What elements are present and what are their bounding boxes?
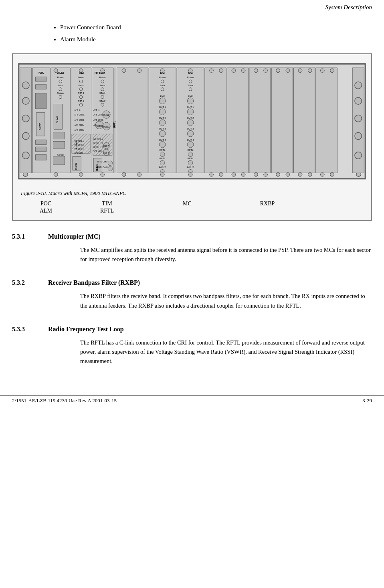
svg-point-175 (308, 172, 312, 176)
svg-point-118 (159, 120, 166, 126)
svg-point-184 (79, 172, 83, 176)
svg-point-163 (264, 69, 268, 73)
svg-rect-39 (53, 132, 65, 139)
svg-text:RFTL: RFTL (160, 149, 166, 151)
svg-text:CLINK: CLINK (38, 122, 41, 130)
header-title: System Description (325, 4, 372, 10)
svg-point-8 (22, 82, 29, 89)
svg-point-106 (137, 172, 141, 176)
svg-rect-21 (36, 77, 46, 81)
svg-point-165 (264, 172, 268, 176)
section-531-title: Multicoupler (MC) (48, 233, 101, 240)
svg-point-10 (22, 115, 29, 122)
svg-text:EXP: EXP (160, 95, 165, 97)
svg-text:REF A: REF A (103, 145, 109, 147)
svg-text:POC: POC (38, 71, 44, 75)
svg-text:MR CFR b: MR CFR b (93, 142, 103, 144)
svg-point-183 (54, 172, 58, 176)
section-533-body: The RFTL has a C-link connection to the … (0, 335, 384, 369)
svg-rect-102 (117, 68, 148, 173)
svg-point-18 (355, 152, 362, 159)
svg-point-122 (159, 142, 166, 148)
svg-point-16 (355, 115, 362, 122)
svg-text:CLINK: CLINK (75, 162, 77, 170)
svg-point-174 (298, 172, 302, 176)
svg-text:REF B: REF B (103, 152, 109, 154)
svg-text:RFTL Out B: RFTL Out B (97, 166, 108, 168)
svg-text:MR CFR a: MR CFR a (75, 140, 84, 142)
svg-text:INPUT: INPUT (159, 166, 166, 168)
svg-text:Power: Power (57, 76, 64, 79)
svg-point-144 (187, 142, 194, 148)
svg-text:AFS CFR c: AFS CFR c (75, 129, 85, 131)
label-tim: TIM RFTL (83, 201, 131, 214)
svg-text:Error: Error (58, 84, 63, 87)
svg-text:CAL DEB: CAL DEB (93, 150, 102, 152)
svg-text:CAL DEB: CAL DEB (75, 152, 83, 154)
bullet-item-1: Power Connection Board (60, 21, 384, 33)
svg-text:EXP: EXP (188, 95, 193, 97)
svg-point-11 (22, 132, 29, 139)
svg-rect-28 (36, 155, 46, 160)
svg-text:OUT 4: OUT 4 (159, 139, 166, 141)
svg-point-160 (241, 172, 245, 176)
svg-text:Error: Error (188, 84, 193, 87)
svg-point-170 (286, 172, 290, 176)
section-531: 5.3.1 Multicoupler (MC) The MC amplifies… (0, 223, 384, 269)
svg-text:ALM: ALM (57, 71, 64, 75)
svg-point-120 (159, 130, 166, 137)
bullet-item-2: Alarm Module (60, 33, 384, 45)
svg-text:AFS In: AFS In (75, 109, 81, 111)
footer-left: 2/1551-AE/LZB 119 4239 Uae Rev A 2001-03… (12, 397, 117, 404)
section-533-title: Radio Frequency Test Loop (48, 326, 124, 333)
svg-text:INPUT: INPUT (187, 166, 194, 168)
svg-point-193 (188, 69, 192, 73)
svg-point-178 (330, 69, 334, 73)
svg-point-138 (187, 109, 194, 115)
svg-text:RFTL: RFTL (113, 121, 116, 128)
svg-point-190 (79, 69, 83, 73)
svg-text:AFS CFR b: AFS CFR b (75, 119, 85, 121)
svg-text:AFS CFR a: AFS CFR a (93, 114, 103, 116)
svg-point-191 (101, 69, 105, 73)
svg-point-114 (159, 98, 166, 104)
svg-point-17 (355, 132, 362, 139)
svg-rect-100 (114, 68, 116, 173)
svg-text:AFS In: AFS In (93, 109, 99, 111)
svg-rect-156 (227, 68, 248, 173)
svg-point-158 (241, 69, 245, 73)
svg-point-188 (188, 172, 192, 176)
section-533-heading: 5.3.3 Radio Frequency Test Loop (0, 322, 384, 335)
footer-right: 3-29 (362, 397, 372, 404)
svg-point-148 (188, 160, 193, 165)
svg-point-180 (330, 172, 334, 176)
svg-text:Alarm: Alarm (75, 142, 78, 149)
svg-rect-27 (36, 147, 46, 152)
svg-rect-40 (53, 142, 65, 148)
label-mc: MC (171, 201, 203, 214)
svg-point-187 (160, 172, 164, 176)
section-532: 5.3.2 Receiver Bandpass Filter (RXBP) Th… (0, 269, 384, 315)
svg-point-104 (137, 69, 141, 73)
svg-text:MR CFR a: MR CFR a (93, 138, 103, 140)
svg-point-15 (355, 97, 362, 104)
svg-text:RFTL Out A: RFTL Out A (97, 161, 108, 163)
svg-point-179 (320, 172, 324, 176)
svg-text:AFS CFR b: AFS CFR b (93, 119, 103, 121)
svg-text:CLINK: CLINK (103, 114, 110, 116)
section-532-title: Receiver Bandpass Filter (RXBP) (48, 279, 140, 286)
svg-point-14 (355, 82, 362, 89)
svg-text:RFTL: RFTL (160, 157, 166, 160)
svg-text:OUT 1: OUT 1 (187, 106, 194, 108)
svg-point-186 (122, 172, 126, 176)
svg-point-167 (276, 69, 280, 73)
svg-point-153 (219, 69, 223, 73)
bullet-section: Power Connection Board Alarm Module (0, 17, 384, 49)
svg-point-146 (188, 152, 193, 157)
svg-point-103 (122, 69, 126, 73)
section-533-number: 5.3.3 (12, 326, 40, 333)
rack-diagram: POC CLINK ALM Power Error Status CLINK C… (17, 58, 367, 187)
svg-point-172 (298, 69, 302, 73)
page-header: System Description (0, 0, 384, 13)
svg-point-9 (22, 97, 29, 104)
